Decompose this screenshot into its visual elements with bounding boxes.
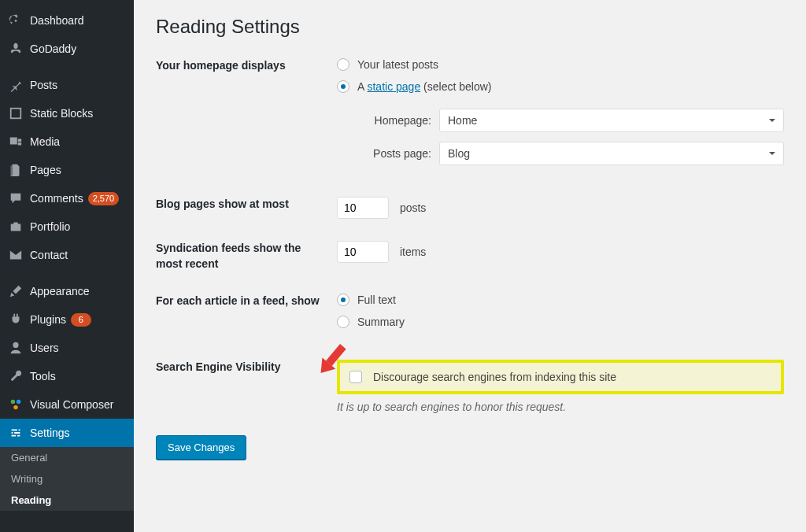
sidebar-item-label: Static Blocks bbox=[30, 107, 93, 120]
svg-rect-0 bbox=[11, 109, 21, 119]
radio-full-text[interactable] bbox=[337, 294, 349, 306]
comments-count-badge: 2,570 bbox=[88, 192, 120, 205]
sidebar-item-label: Visual Composer bbox=[30, 398, 113, 411]
wrench-icon bbox=[8, 368, 24, 384]
pin-icon bbox=[8, 77, 24, 93]
sidebar-item-posts[interactable]: Posts bbox=[0, 71, 134, 99]
postspage-select-label: Posts page: bbox=[357, 147, 431, 160]
sidebar-item-dashboard[interactable]: Dashboard bbox=[0, 6, 134, 35]
radio-full-text-label: Full text bbox=[357, 294, 396, 306]
plug-icon bbox=[8, 312, 24, 327]
radio-summary-label: Summary bbox=[357, 316, 405, 328]
sidebar-item-label: Portfolio bbox=[30, 220, 70, 233]
dashboard-icon bbox=[8, 13, 24, 28]
sidebar-item-label: Pages bbox=[30, 164, 61, 176]
sev-checkbox[interactable] bbox=[349, 371, 362, 383]
sidebar-item-label: Dashboard bbox=[30, 14, 84, 27]
sidebar-item-portfolio[interactable]: Portfolio bbox=[0, 212, 134, 241]
sidebar-item-media[interactable]: Media bbox=[0, 127, 134, 156]
syndication-input[interactable] bbox=[337, 241, 389, 263]
admin-sidebar: Dashboard GoDaddy Posts Static Blocks Me… bbox=[0, 0, 134, 532]
sev-checkbox-label: Discourage search engines from indexing … bbox=[373, 371, 616, 383]
homepage-select[interactable]: Home bbox=[439, 109, 784, 132]
godaddy-icon bbox=[8, 41, 24, 57]
sidebar-item-visual-composer[interactable]: Visual Composer bbox=[0, 390, 134, 419]
sidebar-sub-general[interactable]: General bbox=[0, 447, 134, 468]
sidebar-item-comments[interactable]: Comments 2,570 bbox=[0, 184, 134, 212]
save-changes-button[interactable]: Save Changes bbox=[156, 435, 246, 460]
radio-static-page-label: A static page (select below) bbox=[357, 80, 491, 93]
sidebar-item-label: Media bbox=[30, 135, 60, 148]
radio-latest-posts[interactable] bbox=[337, 58, 349, 71]
radio-latest-posts-label: Your latest posts bbox=[357, 58, 438, 71]
homepage-displays-label: Your homepage displays bbox=[156, 58, 337, 175]
sidebar-item-appearance[interactable]: Appearance bbox=[0, 277, 134, 305]
feed-label: For each article in a feed, show bbox=[156, 294, 337, 338]
sidebar-item-label: Settings bbox=[30, 427, 70, 439]
page-title: Reading Settings bbox=[156, 16, 784, 38]
blogpages-label: Blog pages show at most bbox=[156, 197, 337, 219]
sidebar-item-tools[interactable]: Tools bbox=[0, 362, 134, 390]
blocks-icon bbox=[8, 105, 24, 121]
sev-highlight-box: Discourage search engines from indexing … bbox=[337, 360, 784, 394]
sidebar-item-label: Contact bbox=[30, 249, 68, 261]
sidebar-item-label: GoDaddy bbox=[30, 42, 76, 55]
postspage-select[interactable]: Blog bbox=[439, 142, 784, 165]
comment-icon bbox=[8, 190, 24, 206]
sev-label: Search Engine Visibility bbox=[156, 360, 337, 413]
pages-icon bbox=[8, 162, 24, 178]
sev-description: It is up to search engines to honor this… bbox=[337, 401, 784, 413]
settings-content: Reading Settings Your homepage displays … bbox=[134, 0, 806, 532]
sidebar-item-label: Users bbox=[30, 342, 59, 354]
sidebar-item-label: Tools bbox=[30, 370, 56, 382]
syndication-suffix: items bbox=[400, 246, 426, 258]
radio-summary[interactable] bbox=[337, 316, 349, 328]
sidebar-item-contact[interactable]: Contact bbox=[0, 241, 134, 269]
sidebar-item-label: Comments bbox=[30, 192, 83, 205]
composer-icon bbox=[8, 397, 24, 412]
plugins-count-badge: 6 bbox=[71, 313, 91, 327]
settings-icon bbox=[8, 425, 24, 441]
syndication-label: Syndication feeds show the most recent bbox=[156, 241, 337, 272]
sidebar-item-settings[interactable]: Settings bbox=[0, 419, 134, 447]
sidebar-item-pages[interactable]: Pages bbox=[0, 156, 134, 184]
sidebar-item-godaddy[interactable]: GoDaddy bbox=[0, 35, 134, 63]
blogpages-suffix: posts bbox=[400, 201, 426, 214]
user-icon bbox=[8, 340, 24, 356]
sidebar-item-static-blocks[interactable]: Static Blocks bbox=[0, 99, 134, 127]
sidebar-item-label: Posts bbox=[30, 79, 57, 91]
sidebar-sub-writing[interactable]: Writing bbox=[0, 468, 134, 490]
sidebar-item-users[interactable]: Users bbox=[0, 334, 134, 362]
static-page-link[interactable]: static page bbox=[367, 80, 420, 93]
sidebar-item-label: Appearance bbox=[30, 285, 90, 297]
homepage-select-label: Homepage: bbox=[357, 114, 431, 127]
sidebar-item-label: Plugins bbox=[30, 313, 66, 326]
sidebar-sub-reading[interactable]: Reading bbox=[0, 490, 134, 511]
svg-point-2 bbox=[17, 400, 20, 404]
sidebar-item-plugins[interactable]: Plugins 6 bbox=[0, 305, 134, 334]
media-icon bbox=[8, 134, 24, 150]
radio-static-page[interactable] bbox=[337, 80, 349, 93]
svg-point-1 bbox=[11, 400, 15, 404]
svg-point-3 bbox=[13, 405, 17, 409]
portfolio-icon bbox=[8, 219, 24, 235]
brush-icon bbox=[8, 283, 24, 299]
envelope-icon bbox=[8, 247, 24, 263]
blogpages-input[interactable] bbox=[337, 197, 389, 219]
